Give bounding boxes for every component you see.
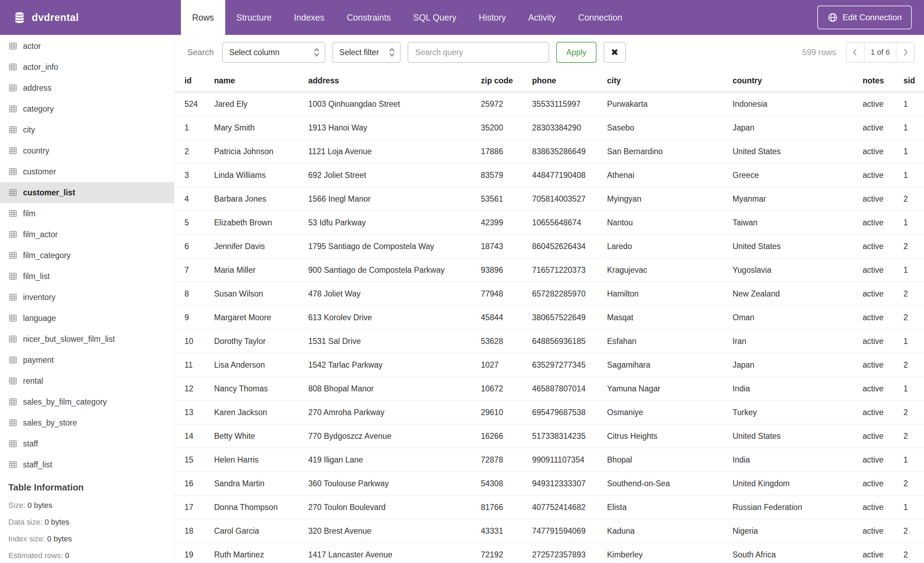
column-header-name[interactable]: name [214, 70, 308, 92]
sidebar-item-label: sales_by_film_category [23, 397, 107, 407]
next-page-button[interactable] [897, 42, 914, 62]
sidebar-item-language[interactable]: language [0, 308, 174, 329]
table-row[interactable]: 15Helen Harris419 Iligan Lane72878990911… [174, 448, 924, 471]
tab-structure[interactable]: Structure [225, 0, 283, 35]
sidebar-item-label: inventory [23, 293, 56, 302]
table-row[interactable]: 12Nancy Thomas808 Bhopal Manor1067246588… [174, 377, 924, 401]
sidebar-item-nicer_but_slower_film_list[interactable]: nicer_but_slower_film_list [0, 329, 174, 350]
sidebar-item-category[interactable]: category [0, 98, 174, 119]
table-cell: 18743 [481, 234, 532, 258]
table-cell: 16266 [481, 424, 532, 448]
table-row[interactable]: 9Margaret Moore613 Korolev Drive45844380… [174, 306, 924, 329]
tab-constraints[interactable]: Constraints [336, 0, 402, 35]
sidebar-item-sales_by_store[interactable]: sales_by_store [0, 412, 174, 433]
sidebar-item-address[interactable]: address [0, 77, 174, 98]
table-row[interactable]: 8Susan Wilson478 Joliet Way7794865728228… [174, 282, 924, 306]
sidebar-item-inventory[interactable]: inventory [0, 287, 174, 308]
table-cell: Elista [607, 495, 733, 519]
tab-indexes[interactable]: Indexes [283, 0, 336, 35]
table-cell: Esfahan [607, 329, 733, 353]
sidebar-item-customer_list[interactable]: customer_list [0, 182, 174, 203]
table-cell: active [862, 401, 903, 424]
table-cell: 1 [903, 377, 924, 401]
previous-page-button[interactable] [847, 42, 864, 62]
sidebar-item-label: staff [23, 439, 38, 449]
apply-button[interactable]: Apply [556, 42, 597, 63]
sidebar-item-staff[interactable]: staff [0, 433, 174, 454]
column-select[interactable]: Select column [222, 42, 326, 63]
column-header-id[interactable]: id [174, 70, 214, 92]
table-row[interactable]: 19Ruth Martinez1417 Lancaster Avenue7219… [174, 543, 924, 563]
sidebar-item-rental[interactable]: rental [0, 371, 174, 391]
sidebar-item-film[interactable]: film [0, 203, 174, 224]
table-cell: Masqat [607, 306, 733, 329]
tab-activity[interactable]: Activity [517, 0, 567, 35]
sidebar-item-film_category[interactable]: film_category [0, 245, 174, 266]
table-cell: 1 [903, 163, 924, 187]
sidebar-item-film_list[interactable]: film_list [0, 266, 174, 287]
column-header-notes[interactable]: notes [862, 70, 903, 92]
filter-select[interactable]: Select filter [332, 42, 400, 63]
table-cell: Lisa Anderson [214, 353, 308, 377]
sidebar-item-staff_list[interactable]: staff_list [0, 454, 174, 475]
table-cell: 808 Bhopal Manor [308, 377, 481, 401]
sidebar-item-payment[interactable]: payment [0, 350, 174, 371]
sidebar-item-label: payment [23, 356, 54, 365]
column-header-zip-code[interactable]: zip code [481, 70, 532, 92]
table-row[interactable]: 1Mary Smith1913 Hanoi Way352002830338429… [174, 116, 924, 140]
table-cell: Kimberley [607, 543, 733, 563]
sidebar-item-sales_by_film_category[interactable]: sales_by_film_category [0, 391, 174, 412]
column-header-phone[interactable]: phone [532, 70, 607, 92]
table-row[interactable]: 3Linda Williams692 Joliet Street83579448… [174, 163, 924, 187]
table-cell: 2 [903, 306, 924, 329]
table-row[interactable]: 13Karen Jackson270 Amroha Parkway2961069… [174, 401, 924, 424]
column-header-country[interactable]: country [733, 70, 862, 92]
column-header-address[interactable]: address [308, 70, 481, 92]
edit-connection-button[interactable]: Edit Connection [817, 6, 912, 29]
table-row[interactable]: 4Barbara Jones1566 Inegl Manor5356170581… [174, 187, 924, 211]
table-cell: Mary Smith [214, 116, 308, 140]
search-query-input[interactable] [408, 42, 549, 63]
page-indicator: 1 of 6 [864, 42, 897, 62]
table-cell: 1913 Hanoi Way [308, 116, 481, 140]
table-cell: Bhopal [607, 448, 733, 471]
table-cell: Greece [733, 163, 862, 187]
table-cell: 2 [903, 353, 924, 377]
sidebar-item-actor[interactable]: actor [0, 36, 174, 57]
tab-rows[interactable]: Rows [181, 0, 225, 35]
table-row[interactable]: 14Betty White770 Bydgoszcz Avenue1626651… [174, 424, 924, 448]
table-cell: 28303384290 [532, 116, 607, 140]
table-grid-icon [8, 314, 17, 323]
sidebar-item-country[interactable]: country [0, 140, 174, 161]
tab-connection[interactable]: Connection [567, 0, 633, 35]
tab-history[interactable]: History [468, 0, 517, 35]
table-grid-icon [8, 418, 17, 427]
column-header-sid[interactable]: sid [903, 70, 924, 92]
table-row[interactable]: 2Patricia Johnson1121 Loja Avenue1788683… [174, 140, 924, 163]
sidebar-item-actor_info[interactable]: actor_info [0, 57, 174, 77]
table-cell: 1 [903, 92, 924, 116]
rows-table-body: 524Jared Ely1003 Qinhuangdao Street25972… [174, 92, 924, 563]
table-row[interactable]: 11Lisa Anderson1542 Tarlac Parkway102763… [174, 353, 924, 377]
table-row[interactable]: 524Jared Ely1003 Qinhuangdao Street25972… [174, 92, 924, 116]
table-row[interactable]: 16Sandra Martin360 Toulouse Parkway54308… [174, 471, 924, 495]
table-cell: 53628 [481, 329, 532, 353]
table-row[interactable]: 6Jennifer Davis1795 Santiago de Composte… [174, 234, 924, 258]
sidebar-item-customer[interactable]: customer [0, 161, 174, 182]
table-row[interactable]: 7Maria Miller900 Santiago de Compostela … [174, 258, 924, 282]
table-row[interactable]: 18Carol Garcia320 Brest Avenue4333174779… [174, 519, 924, 543]
table-cell: 1542 Tarlac Parkway [308, 353, 481, 377]
clear-search-button[interactable]: ✖ [604, 42, 626, 63]
table-row[interactable]: 5Elizabeth Brown53 Idfu Parkway423991065… [174, 211, 924, 234]
tab-sql-query[interactable]: SQL Query [402, 0, 468, 35]
table-cell: 10672 [481, 377, 532, 401]
table-row[interactable]: 10Dorothy Taylor1531 Sal Drive5362864885… [174, 329, 924, 353]
table-cell: 9 [174, 306, 214, 329]
sidebar-item-film_actor[interactable]: film_actor [0, 224, 174, 245]
table-row[interactable]: 17Donna Thompson270 Toulon Boulevard8176… [174, 495, 924, 519]
table-cell: 2 [903, 519, 924, 543]
sidebar-item-city[interactable]: city [0, 119, 174, 140]
sidebar-item-label: nicer_but_slower_film_list [23, 335, 115, 344]
search-label: Search [187, 47, 214, 57]
column-header-city[interactable]: city [607, 70, 733, 92]
